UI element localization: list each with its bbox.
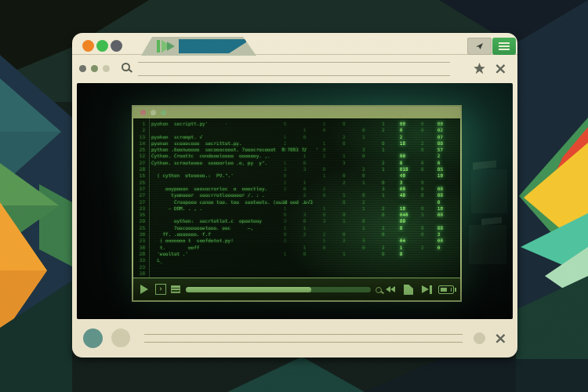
tab-thumbnail-corner [229,42,246,53]
menu-button[interactable] [492,38,516,55]
browser-addressbar-row: × [72,56,517,82]
tab-thumbnail [179,39,246,53]
search-icon[interactable] [122,63,130,71]
status-dot [474,332,485,344]
page-content: 1pyohon secriptt.py' ·213pyohon scrompt.… [77,83,513,319]
dismiss-icon[interactable]: × [494,326,507,350]
hamburger-icon [499,42,510,44]
titlebar-divider [72,54,517,55]
browser-titlebar [72,33,517,55]
browser-window: × 1pyohon secriptt.py' ·213pyo [72,33,517,358]
close-traffic-light[interactable] [82,40,94,52]
extension-icon [476,43,483,49]
nav-dot-3[interactable] [103,65,110,72]
nav-dot-2[interactable] [91,65,98,72]
nav-dot-1[interactable] [79,65,86,72]
close-icon[interactable]: × [494,56,507,80]
tab-favicon-play-icon-2 [167,42,175,51]
vignette-overlay [77,83,513,319]
illustration-stage: × 1pyohon secriptt.py' ·213pyo [0,0,588,392]
avatar-dot-teal[interactable] [83,328,103,348]
minimize-traffic-light[interactable] [96,40,108,52]
expand-traffic-light[interactable] [111,40,122,52]
tab-favicon-bar [157,40,160,53]
extension-button[interactable] [467,38,492,55]
status-text-lines [144,334,463,343]
browser-bottombar: × [72,319,517,358]
address-bar[interactable] [138,62,450,76]
bookmark-star-icon[interactable] [474,63,485,74]
avatar-dot-beige[interactable] [111,328,130,347]
browser-tab[interactable] [141,37,256,56]
